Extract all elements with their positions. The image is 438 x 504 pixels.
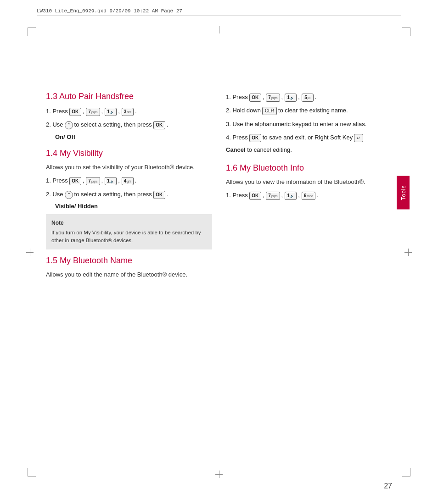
section-16-step1: 1. Press OK, 7pqrs, 1🔈, 6mno. (226, 190, 392, 200)
columns-layout: 1.3 Auto Pair Handsfree 1. Press OK, 7pq… (46, 92, 392, 282)
key-ok-14-2: OK (153, 191, 165, 199)
key-ok-15-4: OK (249, 134, 261, 142)
section-15-step3: 3. Use the alphanumeric keypad to enter … (226, 119, 392, 129)
crosshair-right (404, 249, 412, 256)
crosshair-left (26, 249, 34, 256)
corner-mark-tr (402, 28, 410, 36)
key-6mno-16-1: 6mno (302, 192, 315, 200)
nav-tab: Tools (397, 176, 410, 209)
corner-mark-tl (28, 28, 36, 36)
page-number: 27 (384, 482, 392, 490)
section-13-heading: 1.3 Auto Pair Handsfree (46, 92, 212, 101)
key-ok-13-2: OK (153, 121, 165, 129)
key-1-14-1: 1🔈 (105, 177, 117, 185)
section-15-heading: 1.5 My Bluetooth Name (46, 256, 212, 266)
section-13: 1.3 Auto Pair Handsfree 1. Press OK, 7pq… (46, 92, 212, 140)
section-14-step1: 1. Press OK, 7pqrs, 1🔈, 4ghi. (46, 175, 212, 186)
section-13-step2: 2. Use ⌃ to select a setting, then press… (46, 119, 212, 130)
section-15-step1: 1. Press OK, 7pqrs, 1🔈, 5jkl. (226, 92, 392, 102)
key-7pqrs-14-1: 7pqrs (86, 177, 100, 185)
section-14-heading: 1.4 My Visibility (46, 149, 212, 158)
section-16: 1.6 My Bluetooth Info Allows you to view… (226, 163, 392, 201)
key-7pqrs-13-1: 7pqrs (86, 108, 100, 116)
up-arrow-icon-14: ⌃ (65, 191, 73, 199)
crosshair-top (215, 26, 223, 33)
corner-mark-br (402, 468, 410, 476)
crosshair-bottom (215, 471, 223, 478)
page-header: LW310 Lite_Eng_0929.qxd 9/29/09 10:22 AM… (37, 8, 401, 16)
key-1-15-1: 1🔈 (285, 94, 297, 102)
content-area: 1.3 Auto Pair Handsfree 1. Press OK, 7pq… (46, 37, 392, 467)
note-text: If you turn on My Visibility, your devic… (51, 229, 207, 245)
section-16-body: Allows you to view the information of th… (226, 177, 392, 187)
left-column: 1.3 Auto Pair Handsfree 1. Press OK, 7pq… (46, 92, 212, 282)
section-14-body: Allows you to set the visibility of your… (46, 163, 212, 172)
section-15-body: Allows you to edit the name of the Bluet… (46, 270, 212, 279)
note-title: Note (51, 219, 207, 227)
key-7pqrs-16-1: 7pqrs (266, 192, 280, 200)
key-clr-15-2: CLR (262, 107, 277, 115)
up-arrow-icon-13: ⌃ (65, 121, 73, 129)
key-ok-14-1: OK (69, 177, 81, 185)
key-4ghi-14-1: 4ghi (122, 177, 134, 185)
section-15-steps: 1. Press OK, 7pqrs, 1🔈, 5jkl. 2. Hold do… (226, 92, 392, 155)
key-3def-13-1: 3def (122, 108, 134, 116)
key-5jkl-15-1: 5jkl (302, 94, 314, 102)
key-1-16-1: 1🔈 (285, 192, 297, 200)
key-7pqrs-15-1: 7pqrs (266, 94, 280, 102)
section-14-step2: 2. Use ⌃ to select a setting, then press… (46, 189, 212, 199)
corner-mark-bl (28, 468, 36, 476)
key-ok-16-1: OK (249, 192, 261, 200)
section-15-step2: 2. Hold down CLR to clear the existing n… (226, 105, 392, 116)
key-ok-13-1: OK (69, 108, 81, 116)
section-13-bold: On/ Off (46, 133, 212, 140)
section-14-bold: Visible/ Hidden (46, 202, 212, 210)
key-1-13-1: 1🔈 (105, 108, 117, 116)
key-ok-15-1: OK (249, 94, 261, 102)
note-box-14: Note If you turn on My Visibility, your … (46, 214, 212, 249)
rskey-cancel: ↵ (354, 134, 363, 142)
section-16-heading: 1.6 My Bluetooth Info (226, 163, 392, 173)
right-column: 1. Press OK, 7pqrs, 1🔈, 5jkl. 2. Hold do… (226, 92, 392, 282)
section-14: 1.4 My Visibility Allows you to set the … (46, 149, 212, 249)
section-15-step4: 4. Press OK to save and exit, or Right S… (226, 132, 392, 155)
section-15: 1.5 My Bluetooth Name Allows you to edit… (46, 256, 212, 279)
section-13-step1: 1. Press OK, 7pqrs, 1🔈, 3def. (46, 106, 212, 116)
